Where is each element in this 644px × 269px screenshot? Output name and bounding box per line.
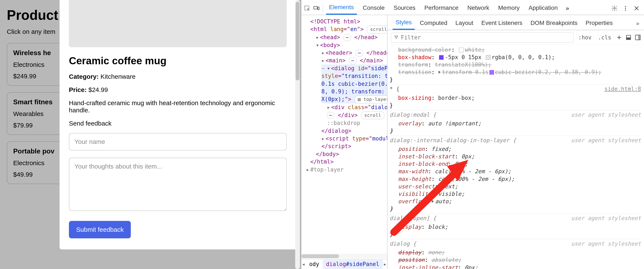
svg-rect-1 bbox=[314, 7, 317, 9]
styles-rules[interactable]: background-color: white; box-shadow: -5p… bbox=[388, 45, 644, 269]
svg-rect-8 bbox=[626, 38, 630, 40]
top-layer-pill[interactable]: ▤ top-layer (1) bbox=[355, 96, 387, 103]
styles-tabs: Styles Computed Layout Event Listeners D… bbox=[388, 15, 644, 30]
filter-placeholder: Filter bbox=[401, 34, 421, 41]
backdrop-node[interactable]: ::backdrop bbox=[327, 119, 387, 127]
tab-console[interactable]: Console bbox=[360, 2, 388, 14]
product-image-placeholder bbox=[69, 0, 287, 47]
dots-pill[interactable]: ⋯ bbox=[356, 50, 363, 57]
stab-event-listeners[interactable]: Event Listeners bbox=[478, 18, 525, 29]
toggle-common-rendering-icon[interactable] bbox=[625, 34, 632, 41]
device-toggle-icon[interactable] bbox=[313, 5, 320, 12]
feedback-heading: Send feedback bbox=[69, 120, 287, 127]
dots-pill[interactable]: ⋯ bbox=[349, 57, 356, 64]
svg-rect-10 bbox=[638, 35, 640, 40]
styles-filter-input[interactable]: Filter bbox=[391, 32, 574, 43]
close-devtools-icon[interactable] bbox=[633, 5, 640, 12]
elements-hscroll[interactable] bbox=[301, 254, 387, 259]
dots-pill[interactable]: ⋯ bbox=[344, 34, 351, 41]
breadcrumb-body[interactable]: ody bbox=[306, 259, 323, 269]
breadcrumb-right-icon[interactable]: ▸ bbox=[382, 259, 387, 269]
top-layer-node[interactable]: #top-layer bbox=[310, 166, 344, 173]
tab-sources[interactable]: Sources bbox=[391, 2, 418, 14]
svg-point-3 bbox=[614, 8, 615, 9]
scroll-pill[interactable]: scroll bbox=[361, 112, 384, 119]
submit-feedback-button[interactable]: Submit feedback bbox=[69, 221, 131, 238]
breadcrumb-left-icon[interactable]: ◂ bbox=[301, 259, 306, 269]
category-value: Kitchenware bbox=[100, 73, 136, 80]
scroll-pill[interactable]: scroll bbox=[367, 26, 387, 34]
breadcrumb-dialog[interactable]: dialog#sidePanel bbox=[323, 259, 382, 269]
styles-filter-row: Filter :hov .cls bbox=[388, 30, 644, 45]
modal-heading: Ceramic coffee mug bbox=[69, 55, 287, 67]
svg-rect-2 bbox=[318, 7, 319, 10]
elements-breadcrumb: ◂ ody dialog#sidePanel ▸ bbox=[301, 259, 387, 269]
name-input[interactable] bbox=[69, 133, 287, 150]
hov-button[interactable]: :hov bbox=[576, 33, 594, 42]
stab-computed[interactable]: Computed bbox=[417, 18, 450, 29]
devtools-body: <!DOCTYPE html> <html lang="en"> scroll … bbox=[301, 15, 644, 269]
cls-button[interactable]: .cls bbox=[596, 33, 613, 42]
stab-styles[interactable]: Styles bbox=[392, 17, 415, 30]
modal-price: Price: $24.99 bbox=[69, 86, 287, 93]
tab-memory[interactable]: Memory bbox=[495, 2, 522, 14]
tabs-overflow-icon[interactable]: » bbox=[564, 3, 571, 14]
price-label: Price: bbox=[69, 86, 86, 93]
devtools-top-tabs: Elements Console Sources Performance Net… bbox=[301, 0, 644, 15]
selected-node[interactable]: ⋯▾<dialog id="sidePanel" bbox=[321, 65, 387, 72]
tab-application[interactable]: Application bbox=[526, 2, 561, 14]
product-modal: Ceramic coffee mug Category: Kitchenware… bbox=[60, 0, 298, 249]
scrollbar-thumb[interactable] bbox=[296, 2, 300, 80]
category-label: Category: bbox=[69, 73, 99, 80]
stab-properties[interactable]: Properties bbox=[582, 18, 616, 29]
thoughts-textarea[interactable] bbox=[69, 158, 287, 211]
kebab-menu-icon[interactable] bbox=[622, 5, 629, 12]
stab-layout[interactable]: Layout bbox=[452, 18, 476, 29]
price-value: $24.99 bbox=[88, 86, 108, 93]
styles-tabs-overflow-icon[interactable]: » bbox=[636, 20, 642, 27]
tab-performance[interactable]: Performance bbox=[421, 2, 461, 14]
tab-elements[interactable]: Elements bbox=[326, 2, 357, 15]
source-link[interactable]: side.html:8 bbox=[604, 85, 641, 93]
elements-tree[interactable]: <!DOCTYPE html> <html lang="en"> scroll … bbox=[301, 15, 387, 269]
page-area: Product Click on any item Wireless he El… bbox=[0, 0, 301, 269]
svg-point-6 bbox=[625, 10, 626, 11]
inspect-element-icon[interactable] bbox=[304, 5, 310, 12]
dots-pill[interactable]: ⋯ bbox=[327, 112, 334, 119]
settings-gear-icon[interactable] bbox=[611, 5, 618, 12]
devtools-panel: Elements Console Sources Performance Net… bbox=[301, 0, 644, 269]
modal-category: Category: Kitchenware bbox=[69, 73, 287, 80]
stab-dom-breakpoints[interactable]: DOM Breakpoints bbox=[528, 18, 580, 29]
svg-point-5 bbox=[625, 8, 626, 9]
new-style-rule-icon[interactable] bbox=[616, 34, 622, 41]
modal-description: Hand-crafted ceramic mug with heat-reten… bbox=[69, 99, 287, 114]
modal-scrollbar[interactable] bbox=[295, 0, 300, 269]
computed-toggle-icon[interactable] bbox=[635, 34, 641, 41]
styles-panel: Styles Computed Layout Event Listeners D… bbox=[387, 15, 644, 269]
hscroll-thumb[interactable] bbox=[301, 254, 339, 258]
tab-network[interactable]: Network bbox=[464, 2, 492, 14]
svg-point-4 bbox=[625, 6, 626, 7]
filter-funnel-icon bbox=[394, 34, 398, 41]
doctype-node[interactable]: <!DOCTYPE html> bbox=[310, 18, 360, 25]
